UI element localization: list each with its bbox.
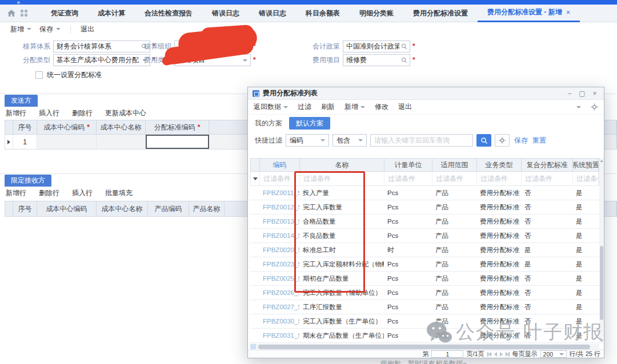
composite-cell[interactable]: 是 — [521, 243, 572, 257]
preset-cell[interactable]: 是 — [572, 243, 599, 257]
scrollbar-thumb[interactable] — [600, 246, 603, 320]
biz-type-cell[interactable]: 费用分配标准 — [476, 286, 521, 300]
tab-item[interactable]: 错误日志 — [249, 5, 296, 22]
composite-cell[interactable]: 否 — [521, 229, 572, 242]
col-header-composite[interactable]: 复合分配标准 — [522, 159, 573, 171]
name-cell[interactable]: 工序汇报数量 — [299, 300, 384, 314]
scope-cell[interactable]: 产品 — [432, 272, 476, 285]
prev-page-button[interactable] — [494, 351, 497, 358]
col-header[interactable]: 成本中心名称 — [97, 120, 146, 134]
maximize-icon[interactable]: ▢ — [578, 90, 587, 98]
default-scheme-button[interactable]: 默认方案 — [289, 117, 330, 130]
dialog-menu-item[interactable]: 修改 — [375, 102, 388, 112]
first-page-button[interactable] — [487, 351, 491, 358]
col-header-code[interactable]: 编码 — [260, 159, 300, 171]
receiver-action-link[interactable]: 批量填充 — [105, 188, 133, 198]
composite-cell[interactable]: 否 — [521, 200, 572, 214]
biz-type-cell[interactable]: 费用分配标准 — [476, 186, 521, 200]
preset-cell[interactable]: 是 — [572, 186, 599, 200]
seq-cell[interactable]: 1 — [13, 135, 37, 149]
tab-item[interactable]: 错误日志 — [202, 5, 249, 22]
sender-action-link[interactable]: 删除行 — [72, 108, 93, 118]
minimize-icon[interactable]: − — [565, 90, 574, 98]
allocation-standard-code-cell[interactable] — [146, 135, 209, 149]
col-header[interactable]: 成本中心编码* — [37, 120, 97, 134]
scope-cell[interactable]: 产品 — [432, 243, 476, 257]
biz-type-cell[interactable]: 费用分配标准 — [476, 229, 521, 242]
expense-item-input[interactable]: 维修费 — [343, 54, 410, 66]
unit-cell[interactable]: Pcs — [384, 186, 432, 200]
table-row[interactable]: FPBZ0027_SYS 工序汇报数量 Pcs 产品 费用分配标准 否 是 — [250, 300, 599, 314]
code-cell[interactable]: FPBZ0020_SYS — [259, 243, 299, 257]
col-header[interactable]: 成本中心编码 — [37, 201, 97, 216]
scope-cell[interactable]: 产品 — [432, 257, 476, 271]
col-header[interactable]: 序号 — [13, 120, 37, 134]
dialog-menu-item[interactable]: 新增 — [344, 102, 365, 112]
dialog-titlebar[interactable]: 费用分配标准列表 − ▢ × — [248, 87, 604, 100]
row-selector-cell[interactable] — [250, 257, 259, 271]
new-button[interactable]: 新增 — [8, 25, 34, 34]
composite-cell[interactable]: 否 — [521, 286, 572, 300]
search-button[interactable] — [476, 134, 491, 147]
row-selector-cell[interactable] — [250, 272, 259, 285]
unified-standard-checkbox[interactable] — [35, 71, 43, 79]
unit-cell[interactable]: Pcs — [384, 229, 432, 242]
preset-cell[interactable]: 是 — [572, 257, 599, 271]
col-header[interactable]: 成本中心名称 — [97, 201, 148, 216]
row-selector-cell[interactable] — [250, 300, 259, 314]
row-selector-cell[interactable] — [250, 186, 259, 200]
filter-field-select[interactable]: 编码 — [286, 134, 329, 147]
scope-cell[interactable]: 产品 — [432, 215, 476, 228]
code-cell[interactable]: FPBZ0031_SYS — [259, 329, 299, 342]
code-cell[interactable]: FPBZ0027_SYS — [259, 300, 299, 314]
biz-type-cell[interactable]: 费用分配标准 — [476, 215, 521, 228]
scope-cell[interactable]: 产品 — [432, 229, 476, 242]
next-page-button[interactable] — [500, 351, 503, 358]
row-selector-cell[interactable] — [250, 229, 259, 242]
code-cell[interactable]: FPBZ0030_SYS — [259, 314, 299, 328]
col-header[interactable]: 分配标准编码* — [146, 120, 209, 134]
collapse-icon[interactable] — [576, 106, 581, 108]
save-filter-link[interactable]: 保存 — [514, 136, 528, 145]
dialog-menu-item[interactable]: 过滤 — [298, 102, 311, 112]
save-button[interactable]: 保存 — [37, 25, 63, 34]
row-selector-cell[interactable] — [5, 135, 13, 149]
preset-cell[interactable]: 是 — [572, 229, 599, 242]
composite-cell[interactable]: 是 — [521, 257, 572, 271]
unit-cell[interactable]: Pcs — [384, 286, 432, 300]
name-cell[interactable]: 完工入库数量（生产单位） — [299, 314, 384, 328]
filter-funnel-cell[interactable] — [251, 172, 260, 185]
tab-item[interactable]: 凭证查询 — [41, 5, 88, 22]
col-header[interactable]: 序号 — [13, 201, 37, 216]
code-cell[interactable]: FPBZ0013_SYS — [259, 215, 299, 228]
tab-receiver[interactable]: 限定接收方 — [5, 175, 51, 187]
biz-type-cell[interactable]: 费用分配标准 — [476, 257, 521, 271]
filter-operator-select[interactable]: 包含 — [332, 134, 367, 147]
sender-action-link[interactable]: 更新成本中心 — [105, 108, 146, 118]
receiver-action-link[interactable]: 新增行 — [6, 188, 26, 198]
dialog-menu-item[interactable]: 返回数据 — [254, 102, 288, 112]
code-cell[interactable]: FPBZ0011_SYS — [259, 186, 299, 200]
sender-action-link[interactable]: 新增行 — [6, 108, 26, 118]
per-page-select[interactable]: 200 — [540, 350, 567, 358]
biz-type-cell[interactable]: 费用分配标准 — [476, 200, 521, 214]
unit-cell[interactable]: Pcs — [384, 329, 432, 342]
code-cell[interactable]: FPBZ0014_SYS — [259, 229, 299, 242]
code-cell[interactable]: FPBZ0025_SYS — [259, 272, 299, 285]
scroll-up-icon[interactable] — [600, 160, 603, 162]
biz-type-cell[interactable]: 费用分配标准 — [476, 300, 521, 314]
composite-cell[interactable]: 否 — [521, 300, 572, 314]
receiver-action-link[interactable]: 删除行 — [39, 188, 59, 198]
filter-cell[interactable]: 过滤条件 — [522, 172, 573, 185]
unit-cell[interactable]: Pcs — [384, 200, 432, 214]
preset-cell[interactable]: 是 — [572, 286, 599, 300]
code-cell[interactable]: FPBZ0012_SYS — [259, 200, 299, 214]
scope-cell[interactable]: 产品 — [432, 200, 476, 214]
row-selector-cell[interactable] — [250, 286, 259, 300]
filter-cell[interactable]: 过滤条件 — [384, 172, 432, 185]
row-selector-cell[interactable] — [250, 314, 259, 328]
biz-type-cell[interactable]: 费用分配标准 — [476, 272, 521, 285]
apps-grid-icon[interactable] — [21, 10, 27, 17]
accounting-system-input[interactable]: 财务会计核算体系 — [53, 41, 150, 52]
tab-item[interactable]: 合法性检查报告 — [135, 5, 202, 22]
